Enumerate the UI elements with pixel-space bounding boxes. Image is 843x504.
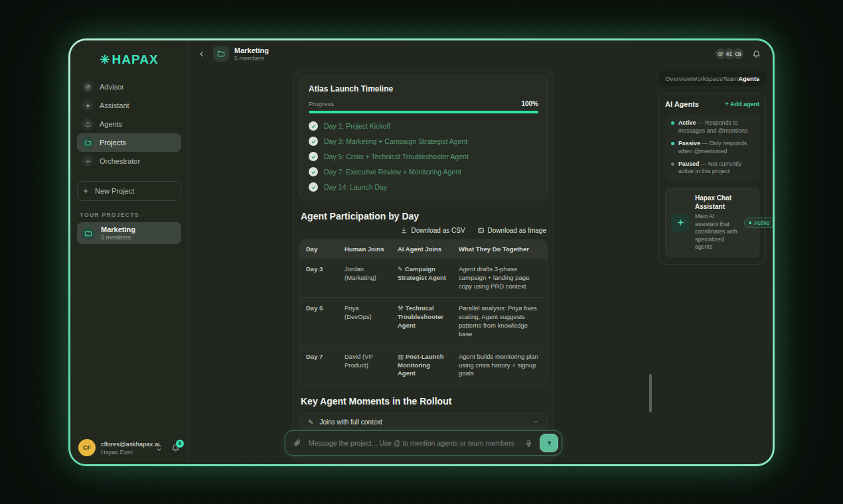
tab-team[interactable]: Team: [723, 75, 738, 82]
folder-icon: [82, 137, 94, 149]
sidebar-item-assistant[interactable]: Assistant: [77, 96, 181, 115]
folder-icon: [82, 227, 95, 240]
agent-status-dropdown[interactable]: Active: [744, 218, 773, 228]
chat-main-area: Atlas Launch Timeline Progress 100%: [189, 67, 658, 464]
chevron-down-icon: [532, 418, 539, 425]
user-email: cflores@askhapax.ai: [101, 440, 149, 448]
participation-heading: Agent Participation by Day: [301, 211, 546, 221]
timeline-item: Day 14: Launch Day: [309, 182, 538, 192]
sidebar-item-label: Orchestrator: [100, 157, 140, 165]
back-button[interactable]: [198, 50, 206, 58]
new-project-button[interactable]: New Project: [77, 181, 181, 201]
status-dot: [671, 142, 674, 145]
check-icon: [309, 137, 318, 146]
sidebar-item-advisor[interactable]: Advisor: [77, 78, 181, 96]
check-icon: [309, 182, 318, 192]
legend-item-active: Active — Responds to messages and @menti…: [671, 119, 753, 135]
download-csv-button[interactable]: Download as CSV: [400, 227, 465, 234]
notification-badge: 6: [176, 440, 184, 448]
agent-name: Hapax Chat Assistant: [695, 194, 739, 211]
sidebar-item-label: Assistant: [100, 101, 129, 109]
project-name: Marketing: [101, 225, 135, 233]
pen-icon: ✎: [398, 265, 403, 273]
scrollbar-thumb[interactable]: [649, 374, 652, 412]
timeline-card: Atlas Launch Timeline Progress 100%: [299, 76, 548, 200]
hapax-logo-text: HAPAX: [112, 52, 158, 67]
progress-bar: [309, 111, 538, 113]
robot-icon: [82, 118, 94, 130]
legend-item-paused: Paused — Not currently active in this pr…: [671, 160, 753, 176]
table-header-row: Day Human Joins AI Agent Joins What They…: [300, 240, 547, 258]
pen-icon: ✎: [308, 418, 313, 426]
sidebar-project-marketing[interactable]: Marketing 5 members: [77, 222, 181, 244]
avatar[interactable]: CB: [732, 48, 744, 60]
new-project-label: New Project: [95, 187, 134, 195]
folder-icon: [213, 46, 229, 62]
timeline-item: Day 1: Project Kickoff: [309, 121, 538, 131]
tab-agents[interactable]: Agents: [738, 75, 759, 82]
check-icon: [309, 152, 318, 161]
plus-icon: [82, 188, 89, 194]
attachment-icon[interactable]: [293, 439, 302, 448]
sidebar-item-projects[interactable]: Projects: [77, 133, 181, 152]
send-button[interactable]: [540, 434, 558, 452]
message-composer: [285, 430, 562, 456]
download-icon: [400, 227, 408, 234]
compass-icon: [82, 81, 94, 93]
timeline-item: Day 3: Marketing + Campaign Strategist A…: [309, 137, 538, 146]
bell-icon[interactable]: [752, 50, 761, 58]
sidebar-item-label: Projects: [100, 139, 126, 147]
status-dot: [749, 221, 751, 224]
panel-tabs: Overview Workspace Team Agents: [658, 71, 766, 86]
status-dot: [671, 121, 674, 125]
message-input[interactable]: [309, 439, 518, 447]
right-panel: Overview Workspace Team Agents AI Agents…: [658, 67, 773, 464]
check-icon: [309, 167, 318, 176]
notifications-button[interactable]: 6: [171, 444, 180, 452]
page-subtitle: 5 members: [234, 55, 269, 62]
project-header: Marketing 5 members CF KC CB: [189, 40, 773, 67]
progress-label: Progress: [309, 100, 334, 107]
sparkle-icon: [671, 214, 690, 232]
tab-workspace[interactable]: Workspace: [692, 75, 723, 82]
sidebar: ✳ HAPAX Advisor Assistant Agents: [70, 40, 189, 464]
timeline-item: Day 7: Executive Review + Monitoring Age…: [309, 167, 538, 176]
avatar: CF: [78, 439, 96, 456]
status-dot: [671, 162, 674, 166]
account-switcher-icon[interactable]: [156, 444, 162, 452]
user-account-row[interactable]: CF cflores@askhapax.ai Hapax Exec 6: [77, 432, 181, 459]
member-avatars: CF KC CB: [715, 48, 744, 60]
add-agent-button[interactable]: + Add agent: [726, 101, 759, 107]
microphone-icon[interactable]: [524, 439, 533, 448]
your-projects-label: YOUR PROJECTS: [80, 212, 179, 218]
key-moments-heading: Key Agent Moments in the Rollout: [301, 396, 546, 407]
download-image-button[interactable]: Download as Image: [477, 227, 546, 234]
sidebar-item-label: Advisor: [100, 83, 124, 91]
assistant-message-card: Atlas Launch Timeline Progress 100%: [293, 70, 554, 464]
progress-value: 100%: [521, 100, 538, 107]
table-row: Day 5 Priya (DevOps) ⚒Technical Troubles…: [300, 297, 547, 345]
image-icon: [477, 227, 485, 234]
participation-table: Day Human Joins AI Agent Joins What They…: [299, 239, 548, 385]
agent-status-legend: Active — Responds to messages and @menti…: [665, 114, 759, 181]
moment-accordion[interactable]: ✎ Joins with full context: [299, 412, 548, 431]
bar-chart-icon: ▥: [398, 353, 404, 360]
check-icon: [309, 121, 318, 131]
legend-item-passive: Passive — Only responds when @mentioned: [671, 140, 753, 156]
wrench-icon: ⚒: [398, 304, 404, 312]
table-row: Day 7 David (VP Product) ▥Post-Launch Mo…: [300, 346, 547, 385]
hapax-logo-icon: ✳: [100, 52, 110, 67]
chevron-down-icon: [772, 220, 773, 225]
table-row: Day 3 Jordan (Marketing) ✎Campaign Strat…: [300, 258, 547, 297]
hapax-logo: ✳ HAPAX: [77, 47, 181, 78]
ai-agents-panel: AI Agents + Add agent Active — Responds …: [658, 93, 766, 265]
timeline-item: Day 5: Crisis + Technical Troubleshooter…: [309, 152, 538, 161]
app-window: ✳ HAPAX Advisor Assistant Agents: [68, 38, 775, 466]
user-role: Hapax Exec: [101, 449, 149, 456]
sidebar-item-orchestrator[interactable]: Orchestrator: [77, 152, 181, 170]
page-title: Marketing: [234, 46, 269, 54]
tab-overview[interactable]: Overview: [665, 75, 692, 82]
timeline-title: Atlas Launch Timeline: [309, 84, 538, 94]
sidebar-item-agents[interactable]: Agents: [77, 115, 181, 133]
orchestrator-icon: [82, 155, 94, 167]
